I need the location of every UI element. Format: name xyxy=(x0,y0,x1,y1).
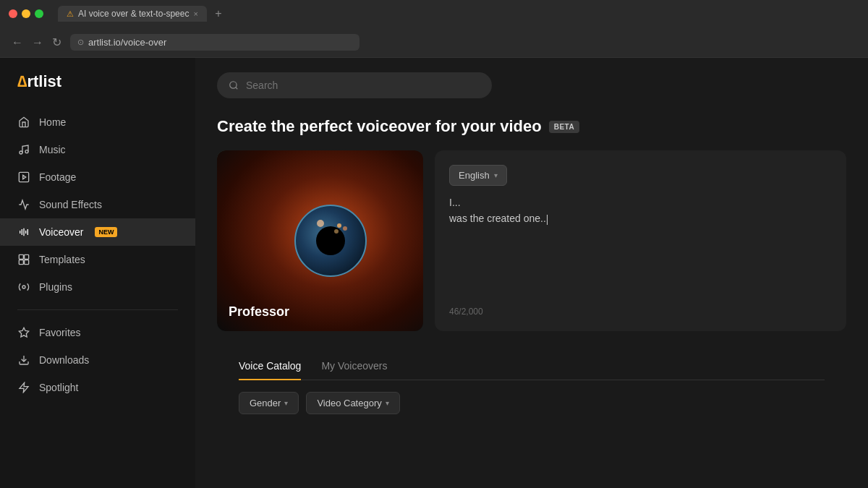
video-category-label: Video Category xyxy=(317,398,381,408)
url-text: artlist.io/voice-over xyxy=(88,37,166,48)
logo-delta: ∆ xyxy=(17,72,27,90)
svg-point-0 xyxy=(20,151,22,154)
sidebar-item-label: Downloads xyxy=(39,354,89,366)
svg-point-13 xyxy=(22,286,25,288)
eye-dots xyxy=(337,223,341,228)
text-panel: English ▾ I... was the created one.. 46/… xyxy=(435,150,846,331)
gender-filter[interactable]: Gender ▾ xyxy=(239,392,299,414)
sidebar-item-favorites[interactable]: Favorites xyxy=(0,319,195,346)
logo: ∆rtlist xyxy=(0,72,195,108)
star-icon xyxy=(17,326,30,339)
urlbar: ← → ↻ ⊙ artlist.io/voice-over xyxy=(0,27,868,58)
chevron-down-icon: ▾ xyxy=(494,171,498,179)
hero-title: Create the perfect voiceover for your vi… xyxy=(217,117,846,136)
nav-divider xyxy=(17,309,178,310)
refresh-button[interactable]: ↻ xyxy=(52,35,61,49)
sidebar-item-label: Templates xyxy=(39,254,85,265)
beta-badge: BETA xyxy=(549,121,579,133)
tab-warning-icon: ⚠ xyxy=(67,9,74,19)
svg-line-18 xyxy=(236,87,238,90)
sidebar: ∆rtlist Home Music xyxy=(0,58,195,488)
lock-icon: ⊙ xyxy=(77,38,84,47)
text-line-2: was the created one.. xyxy=(449,210,832,226)
home-icon xyxy=(17,116,30,129)
text-editor[interactable]: I... was the created one.. xyxy=(449,194,832,298)
svg-point-17 xyxy=(230,82,237,88)
video-category-filter[interactable]: Video Category ▾ xyxy=(306,392,399,414)
svg-rect-12 xyxy=(25,260,29,265)
svg-rect-10 xyxy=(25,254,29,259)
tab-list: Voice Catalog My Voiceovers xyxy=(239,353,825,380)
active-tab[interactable]: ⚠ AI voice over & text-to-speec × xyxy=(58,6,207,22)
lightning-icon xyxy=(17,381,30,394)
new-badge: NEW xyxy=(95,227,117,237)
download-icon xyxy=(17,354,30,367)
sidebar-item-sound-effects[interactable]: Sound Effects xyxy=(0,191,195,218)
eye-highlight xyxy=(317,220,324,227)
hero-title-text: Create the perfect voiceover for your vi… xyxy=(217,117,542,136)
forward-button[interactable]: → xyxy=(32,36,43,49)
footage-icon xyxy=(17,171,30,184)
sidebar-item-label: Plugins xyxy=(39,281,72,293)
plugins-icon xyxy=(17,281,30,294)
voice-thumbnail[interactable]: Professor xyxy=(217,150,423,331)
svg-rect-2 xyxy=(19,172,28,181)
minimize-button[interactable] xyxy=(22,9,30,18)
sidebar-item-spotlight[interactable]: Spotlight xyxy=(0,374,195,401)
search-bar[interactable] xyxy=(217,72,492,98)
sidebar-item-home[interactable]: Home xyxy=(0,108,195,136)
text-line-1: I... xyxy=(449,194,832,210)
traffic-lights xyxy=(9,9,43,18)
svg-point-1 xyxy=(25,150,28,153)
eye-iris xyxy=(294,205,367,277)
filter-bar: Gender ▾ Video Category ▾ xyxy=(217,392,846,414)
sidebar-item-label: Music xyxy=(39,144,66,155)
tabs-section: Voice Catalog My Voiceovers xyxy=(217,353,846,380)
sidebar-item-footage[interactable]: Footage xyxy=(0,163,195,191)
sidebar-item-label: Spotlight xyxy=(39,382,78,393)
svg-marker-16 xyxy=(20,382,28,392)
sidebar-item-label: Footage xyxy=(39,171,76,183)
titlebar: ⚠ AI voice over & text-to-speec × + xyxy=(0,0,868,27)
sidebar-item-music[interactable]: Music xyxy=(0,136,195,163)
eye-pupil xyxy=(316,226,345,255)
tab-title: AI voice over & text-to-speec xyxy=(78,9,189,19)
app-body: ∆rtlist Home Music xyxy=(0,58,868,488)
voice-name: Professor xyxy=(229,304,289,320)
sidebar-item-label: Voiceover xyxy=(39,226,83,238)
language-label: English xyxy=(459,170,490,181)
language-select[interactable]: English ▾ xyxy=(449,165,507,186)
close-button[interactable] xyxy=(9,9,17,18)
sidebar-item-label: Favorites xyxy=(39,327,81,338)
wave-icon xyxy=(17,226,30,239)
sidebar-item-label: Home xyxy=(39,116,66,128)
text-cursor xyxy=(547,215,548,225)
search-input[interactable] xyxy=(246,80,480,91)
svg-rect-11 xyxy=(19,260,23,265)
sidebar-item-templates[interactable]: Templates xyxy=(0,246,195,273)
voice-area: Professor English ▾ I... was the created… xyxy=(217,150,846,331)
sidebar-item-plugins[interactable]: Plugins xyxy=(0,273,195,301)
tab-bar: ⚠ AI voice over & text-to-speec × + xyxy=(58,5,227,22)
new-tab-button[interactable]: + xyxy=(210,5,227,22)
chevron-down-icon: ▾ xyxy=(284,399,288,407)
templates-icon xyxy=(17,253,30,266)
svg-marker-14 xyxy=(19,328,28,337)
nav-primary: Home Music Footage xyxy=(0,108,195,474)
gender-filter-label: Gender xyxy=(250,398,281,408)
search-icon xyxy=(229,80,239,90)
svg-rect-9 xyxy=(19,254,23,259)
tab-my-voiceovers[interactable]: My Voiceovers xyxy=(321,353,387,380)
svg-marker-3 xyxy=(23,175,26,179)
chevron-down-icon: ▾ xyxy=(386,399,389,407)
maximize-button[interactable] xyxy=(35,9,43,18)
sidebar-item-downloads[interactable]: Downloads xyxy=(0,346,195,374)
back-button[interactable]: ← xyxy=(12,36,23,49)
sidebar-item-voiceover[interactable]: Voiceover NEW xyxy=(0,218,195,246)
sound-icon xyxy=(17,198,30,211)
url-field[interactable]: ⊙ artlist.io/voice-over xyxy=(70,34,359,51)
char-count: 46/2,000 xyxy=(449,307,832,317)
tab-close-icon[interactable]: × xyxy=(193,9,197,18)
tab-voice-catalog[interactable]: Voice Catalog xyxy=(239,353,301,380)
main-content: Create the perfect voiceover for your vi… xyxy=(195,58,868,488)
